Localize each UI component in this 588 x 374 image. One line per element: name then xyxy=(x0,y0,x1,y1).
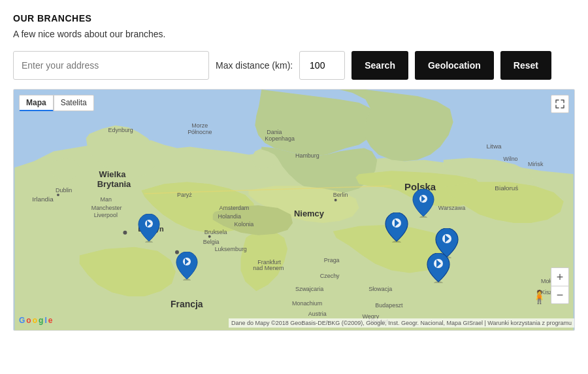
svg-text:Austria: Austria xyxy=(308,311,327,317)
svg-text:Kopenhaga: Kopenhaga xyxy=(265,135,295,142)
svg-text:Brytania: Brytania xyxy=(97,179,131,189)
svg-text:Praga: Praga xyxy=(324,257,340,264)
fullscreen-button[interactable] xyxy=(551,95,569,113)
svg-text:Wilno: Wilno xyxy=(503,156,517,162)
svg-text:Luksemburg: Luksemburg xyxy=(215,246,247,252)
tab-satellite[interactable]: Satelita xyxy=(54,95,94,111)
page-subtitle: A few nice words about our branches. xyxy=(13,29,575,39)
svg-text:Słowacja: Słowacja xyxy=(368,286,392,292)
pin-warsaw-1[interactable] xyxy=(385,212,408,243)
svg-text:Paryż: Paryż xyxy=(177,192,192,198)
svg-text:Dania: Dania xyxy=(267,129,282,135)
svg-text:Czechy: Czechy xyxy=(320,273,340,279)
pin-kaliningrad[interactable] xyxy=(412,189,434,218)
svg-text:Frankfurt: Frankfurt xyxy=(257,259,281,265)
svg-text:Morze: Morze xyxy=(191,122,208,129)
search-button[interactable]: Search xyxy=(351,51,408,80)
distance-spinner[interactable] xyxy=(299,51,345,80)
geolocation-button[interactable]: Geolocation xyxy=(415,51,494,80)
address-input[interactable] xyxy=(13,51,209,80)
svg-point-27 xyxy=(335,199,337,201)
map-tab-bar: Mapa Satelita xyxy=(19,95,94,111)
svg-text:Kolonia: Kolonia xyxy=(234,221,253,228)
page-title: OUR BRANCHES xyxy=(13,13,575,24)
svg-text:Holandia: Holandia xyxy=(218,213,241,220)
svg-text:Dublin: Dublin xyxy=(56,187,72,194)
svg-text:Niemcy: Niemcy xyxy=(294,209,325,218)
svg-text:Budapeszt: Budapeszt xyxy=(375,302,403,309)
svg-text:Białoruś: Białoruś xyxy=(495,184,518,192)
zoom-out-button[interactable]: − xyxy=(551,286,569,304)
svg-text:Berlin: Berlin xyxy=(333,192,348,198)
google-logo: Google xyxy=(19,316,52,325)
controls-bar: Max distance (km): Search Geolocation Re… xyxy=(13,51,575,80)
svg-text:Francja: Francja xyxy=(171,299,203,309)
map-attribution: Dane do Mapy ©2018 GeoBasis-DE/BKG (©200… xyxy=(229,318,574,328)
svg-text:Północne: Północne xyxy=(188,129,212,135)
svg-text:Edynburg: Edynburg xyxy=(108,127,133,133)
svg-text:Hamburg: Hamburg xyxy=(295,152,319,159)
svg-text:Belgia: Belgia xyxy=(203,239,220,245)
svg-text:Warszawa: Warszawa xyxy=(438,205,465,211)
svg-text:Manchester: Manchester xyxy=(91,205,122,211)
reset-button[interactable]: Reset xyxy=(500,51,551,80)
svg-text:Wielka: Wielka xyxy=(99,169,127,179)
map-zoom-controls: + − xyxy=(551,267,569,304)
svg-point-50 xyxy=(123,231,127,235)
pegman-icon[interactable]: 🧍 xyxy=(531,286,547,307)
svg-point-10 xyxy=(57,194,59,196)
max-distance-label: Max distance (km): xyxy=(216,60,293,71)
svg-text:Bruksela: Bruksela xyxy=(204,229,227,235)
svg-point-17 xyxy=(208,235,211,238)
map-container: Man Manchester Liverpool Londyn Irlandia… xyxy=(13,89,575,331)
map-svg: Man Manchester Liverpool Londyn Irlandia… xyxy=(14,90,574,330)
svg-text:Amsterdam: Amsterdam xyxy=(220,205,250,211)
svg-text:Liverpool: Liverpool xyxy=(94,212,118,218)
svg-text:Irlandia: Irlandia xyxy=(32,196,54,203)
svg-text:Man: Man xyxy=(101,196,112,203)
svg-text:Mińsk: Mińsk xyxy=(528,161,544,167)
zoom-in-button[interactable]: + xyxy=(551,267,569,286)
pin-paris[interactable] xyxy=(176,252,198,280)
svg-text:Litwa: Litwa xyxy=(486,143,502,150)
svg-text:Monachium: Monachium xyxy=(292,300,322,307)
svg-text:nad Menem: nad Menem xyxy=(253,265,284,271)
pin-london[interactable] xyxy=(138,214,160,243)
pin-warsaw-3[interactable] xyxy=(427,253,450,283)
tab-map[interactable]: Mapa xyxy=(19,95,54,111)
svg-text:Szwajcaria: Szwajcaria xyxy=(295,286,323,292)
